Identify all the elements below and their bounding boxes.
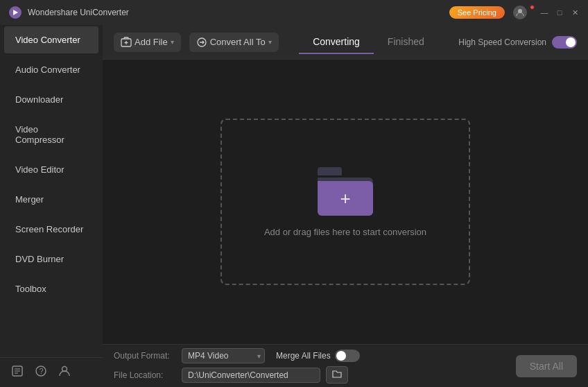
convert-all-label: Convert All To [210, 37, 266, 47]
sidebar-item-video-converter[interactable]: Video Converter [4, 26, 98, 53]
tab-finished[interactable]: Finished [374, 31, 438, 54]
file-location-input[interactable] [182, 368, 320, 383]
output-format-field: Output Format: MP4 Video ▾ Merge All Fil… [114, 348, 502, 363]
start-all-button[interactable]: Start All [516, 355, 577, 377]
add-file-button[interactable]: Add File ▾ [114, 33, 181, 52]
toolbar-left: Add File ▾ Convert All To ▾ [114, 33, 279, 52]
user-avatar-wrapper [513, 6, 534, 19]
help-icon[interactable]: ? [35, 365, 47, 380]
high-speed-toggle[interactable] [552, 36, 577, 49]
plus-icon: + [340, 189, 350, 207]
person-icon[interactable] [58, 365, 71, 380]
maximize-button[interactable]: □ [555, 8, 564, 17]
merge-label: Merge All Files [276, 351, 331, 361]
merge-toggle-group: Merge All Files [270, 350, 360, 362]
toolbar-right: High Speed Conversion [458, 36, 577, 49]
sidebar-item-toolbox[interactable]: Toolbox [4, 275, 98, 302]
sidebar: Video Converter Audio Converter Download… [0, 25, 103, 387]
sidebar-item-merger[interactable]: Merger [4, 186, 98, 213]
window-controls: — □ ✕ [539, 8, 580, 17]
high-speed-label: High Speed Conversion [458, 37, 546, 47]
tab-converting[interactable]: Converting [299, 31, 374, 54]
sidebar-item-video-editor[interactable]: Video Editor [4, 156, 98, 183]
sidebar-item-screen-recorder[interactable]: Screen Recorder [4, 216, 98, 243]
file-location-field: File Location: [114, 366, 502, 384]
folder-front: + [318, 181, 373, 216]
output-format-select-wrapper: MP4 Video ▾ [182, 348, 265, 363]
merge-toggle[interactable] [335, 350, 360, 362]
notification-badge [530, 5, 535, 10]
user-avatar[interactable] [513, 6, 527, 19]
content-area: Add File ▾ Convert All To ▾ Converting F… [103, 25, 588, 387]
drop-hint: Add or drag files here to start conversi… [264, 227, 426, 237]
toolbar-tabs: Converting Finished [279, 31, 459, 54]
convert-all-button[interactable]: Convert All To ▾ [189, 33, 279, 52]
footer-row: Output Format: MP4 Video ▾ Merge All Fil… [114, 348, 502, 384]
drop-zone[interactable]: + Add or drag files here to start conver… [103, 60, 588, 344]
book-icon[interactable] [11, 365, 24, 380]
app-title: Wondershare UniConverter [28, 8, 449, 17]
convert-all-arrow: ▾ [268, 38, 272, 46]
toggle-knob [566, 37, 576, 47]
output-format-select[interactable]: MP4 Video [182, 348, 265, 363]
folder-tab [318, 167, 342, 175]
output-format-label: Output Format: [114, 351, 176, 361]
main-layout: Video Converter Audio Converter Download… [0, 25, 588, 387]
toolbar: Add File ▾ Convert All To ▾ Converting F… [103, 25, 588, 60]
footer: Output Format: MP4 Video ▾ Merge All Fil… [103, 344, 588, 387]
drop-zone-inner: + Add or drag files here to start conver… [220, 119, 470, 285]
svg-text:?: ? [40, 367, 44, 375]
minimize-button[interactable]: — [539, 8, 549, 17]
add-file-label: Add File [135, 37, 168, 47]
merge-toggle-knob [336, 351, 346, 361]
folder-icon: + [318, 167, 373, 216]
browse-folder-button[interactable] [326, 366, 348, 384]
close-button[interactable]: ✕ [570, 8, 580, 17]
sidebar-item-downloader[interactable]: Downloader [4, 86, 98, 113]
file-location-label: File Location: [114, 370, 176, 380]
sidebar-bottom: ? [0, 357, 103, 387]
sidebar-item-video-compressor[interactable]: Video Compressor [4, 116, 98, 153]
add-file-arrow: ▾ [171, 38, 174, 46]
sidebar-item-dvd-burner[interactable]: DVD Burner [4, 246, 98, 273]
app-logo [8, 6, 22, 19]
sidebar-item-audio-converter[interactable]: Audio Converter [4, 56, 98, 83]
pricing-button[interactable]: See Pricing [449, 6, 505, 19]
titlebar: Wondershare UniConverter See Pricing — □… [0, 0, 588, 25]
